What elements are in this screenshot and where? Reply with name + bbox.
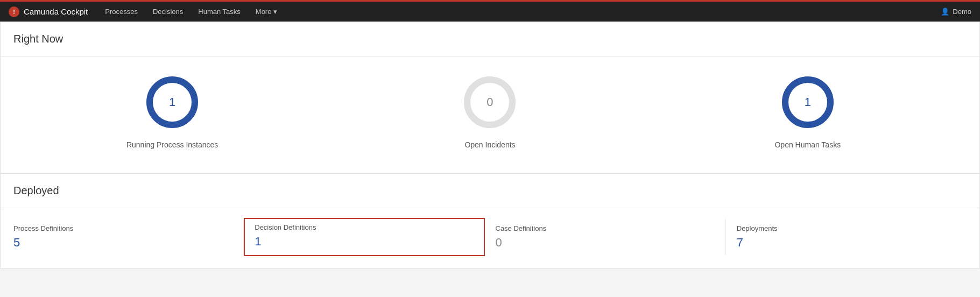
section-divider	[1, 56, 979, 56]
brand-icon: !	[9, 6, 19, 17]
deployed-value-decision: 1	[255, 235, 474, 249]
donut-value-incidents: 0	[487, 95, 493, 109]
deployed-value-process: 5	[13, 236, 232, 250]
metric-running-process-instances[interactable]: 1 Running Process Instances	[13, 73, 331, 149]
deployed-label-deployments: Deployments	[737, 224, 956, 232]
nav-more[interactable]: More ▾	[249, 4, 284, 19]
right-now-title: Right Now	[13, 33, 967, 45]
deployed-value-case: 0	[496, 236, 715, 250]
metric-label-incidents: Open Incidents	[464, 140, 515, 149]
deployed-process-definitions[interactable]: Process Definitions 5	[13, 219, 244, 255]
deployed-title: Deployed	[13, 185, 967, 197]
navbar-user[interactable]: 👤 Demo	[941, 8, 971, 16]
metric-open-incidents[interactable]: 0 Open Incidents	[331, 73, 648, 149]
deployed-label-case: Case Definitions	[496, 224, 715, 232]
deployed-deployments[interactable]: Deployments 7	[726, 219, 967, 255]
nav-processes[interactable]: Processes	[98, 4, 144, 19]
user-icon: 👤	[941, 8, 949, 16]
deployed-case-definitions[interactable]: Case Definitions 0	[485, 219, 726, 255]
donut-value-human-tasks: 1	[805, 95, 811, 109]
metrics-row: 1 Running Process Instances 0 Open Incid…	[13, 67, 967, 160]
donut-incidents: 0	[460, 73, 519, 132]
brand-label: Camunda Cockpit	[24, 7, 88, 16]
metric-label-running: Running Process Instances	[126, 140, 218, 149]
user-label: Demo	[953, 8, 971, 16]
deployed-grid: Process Definitions 5 Decision Definitio…	[13, 219, 967, 255]
brand[interactable]: ! Camunda Cockpit	[9, 6, 88, 17]
right-now-section: Right Now 1 Running Process Instances	[0, 22, 980, 173]
deployed-label-process: Process Definitions	[13, 224, 232, 232]
navbar: ! Camunda Cockpit Processes Decisions Hu…	[0, 0, 980, 22]
nav-menu: Processes Decisions Human Tasks More ▾	[98, 4, 941, 19]
metric-open-human-tasks[interactable]: 1 Open Human Tasks	[649, 73, 967, 149]
deployed-decision-definitions[interactable]: Decision Definitions 1	[244, 218, 484, 256]
deployed-divider	[1, 208, 979, 208]
chevron-down-icon: ▾	[273, 8, 277, 16]
nav-human-tasks[interactable]: Human Tasks	[192, 4, 247, 19]
deployed-value-deployments: 7	[737, 236, 956, 250]
donut-running: 1	[143, 73, 202, 132]
metric-label-human-tasks: Open Human Tasks	[774, 140, 841, 149]
main-content: Right Now 1 Running Process Instances	[0, 22, 980, 268]
deployed-label-decision: Decision Definitions	[255, 223, 474, 231]
donut-human-tasks: 1	[778, 73, 837, 132]
deployed-section: Deployed Process Definitions 5 Decision …	[0, 173, 980, 268]
nav-decisions[interactable]: Decisions	[146, 4, 189, 19]
nav-more-label: More	[256, 8, 272, 16]
donut-value-running: 1	[169, 95, 175, 109]
